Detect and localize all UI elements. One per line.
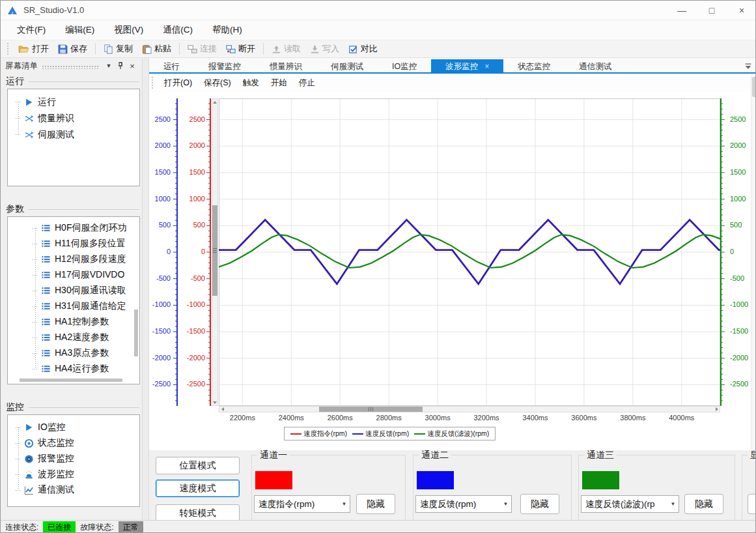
read-button[interactable]: 读取 — [267, 42, 305, 56]
tree-item-ha1[interactable]: HA1控制参数 — [8, 314, 139, 330]
y-tick-label: 1000 — [150, 195, 171, 203]
tab-alarm-monitor[interactable]: 报警监控 — [194, 59, 255, 74]
tree-item-h17[interactable]: H17伺服VDIVDO — [8, 267, 139, 283]
scroll-down-icon[interactable] — [212, 399, 217, 405]
pin-icon[interactable] — [115, 61, 126, 71]
param-vscroll-thumb[interactable] — [134, 310, 138, 356]
menu-help[interactable]: 帮助(H) — [203, 21, 252, 39]
open-button[interactable]: 打开 — [14, 42, 53, 56]
speed-feedback-filtered-axis — [720, 98, 728, 406]
wave-stop-button[interactable]: 停止 — [293, 75, 321, 91]
menu-file[interactable]: 文件(F) — [7, 21, 55, 39]
tree-item-h31[interactable]: H31伺服通信给定 — [8, 298, 139, 314]
tab-io-monitor[interactable]: IO监控 — [378, 59, 431, 74]
panel-splitter[interactable] — [143, 58, 149, 520]
speed-mode-button[interactable]: 速度模式 — [156, 480, 240, 497]
tree-item-h11[interactable]: H11伺服多段位置 — [8, 236, 139, 252]
position-mode-button[interactable]: 位置模式 — [156, 457, 240, 474]
torque-mode-button[interactable]: 转矩模式 — [156, 504, 240, 520]
close-button[interactable]: × — [727, 1, 756, 20]
menu-comm[interactable]: 通信(C) — [153, 21, 203, 39]
channel-2-signal-select[interactable]: 速度反馈(rpm)▼ — [415, 495, 512, 513]
write-button[interactable]: 写入 — [305, 42, 344, 56]
menu-view[interactable]: 视图(V) — [104, 21, 153, 39]
tree-item-h12[interactable]: H12伺服多段速度 — [8, 252, 139, 267]
disconnect-button[interactable]: 断开 — [221, 42, 260, 56]
channel-1-color-swatch[interactable] — [255, 471, 292, 489]
tree-item-ha3[interactable]: HA3原点参数 — [8, 345, 139, 361]
tab-run[interactable]: 运行 — [149, 59, 194, 74]
plot-hscroll-thumb[interactable] — [319, 407, 423, 412]
circle-dot-icon — [23, 438, 35, 448]
chevron-down-icon[interactable]: ▼ — [667, 496, 679, 512]
window-title: SR_Studio-V1.0 — [23, 5, 84, 15]
channel-3-hide-button[interactable]: 隐藏 — [684, 494, 723, 514]
scroll-left-icon[interactable] — [219, 407, 225, 412]
compare-button[interactable]: 对比 — [344, 42, 382, 56]
play-icon — [23, 97, 35, 108]
tree-item-status-monitor[interactable]: 状态监控 — [8, 435, 139, 451]
tree-item-wave-monitor[interactable]: 波形监控 — [8, 467, 139, 482]
y-tick-label: 2000 — [150, 141, 171, 150]
tab-servo-test[interactable]: 伺服测试 — [316, 59, 378, 74]
x-tick-label: 3200ms — [466, 414, 507, 423]
connect-button[interactable]: 连接 — [183, 42, 221, 56]
tree-item-servo-test[interactable]: 伺服测试 — [8, 126, 139, 143]
minimize-button[interactable]: — — [667, 1, 697, 20]
tab-close-icon[interactable]: × — [484, 63, 489, 70]
tree-item-io-monitor[interactable]: IO监控 — [8, 420, 139, 435]
plot-vertical-scrollbar[interactable] — [212, 98, 218, 406]
play-icon — [23, 422, 35, 433]
scroll-right-icon[interactable] — [714, 407, 720, 412]
plot-horizontal-scrollbar[interactable] — [219, 406, 720, 412]
channel-1-hide-button[interactable]: 隐藏 — [356, 494, 395, 514]
wave-trigger-button[interactable]: 触发 — [237, 75, 265, 91]
save-button[interactable]: 保存 — [53, 42, 92, 56]
chevron-down-icon[interactable]: ▼ — [104, 61, 114, 71]
wave-start-button[interactable]: 开始 — [265, 75, 293, 91]
close-icon[interactable]: × — [127, 61, 137, 71]
tab-wave-monitor[interactable]: 波形监控× — [431, 59, 503, 74]
page-vertical-scrollbar[interactable] — [751, 76, 756, 450]
waveform-toolbar-grip — [152, 77, 154, 89]
tab-status-monitor[interactable]: 状态监控 — [503, 59, 565, 74]
channel-2-color-swatch[interactable] — [417, 471, 454, 489]
tab-overflow-icon[interactable] — [740, 59, 756, 74]
scroll-up-icon[interactable] — [212, 99, 217, 105]
plot-vscroll-thumb[interactable] — [212, 205, 217, 296]
tab-inertia-identify[interactable]: 惯量辨识 — [255, 59, 316, 74]
waveform-plot[interactable] — [219, 98, 720, 406]
y-tick-label: -1500 — [150, 327, 171, 336]
paste-button[interactable]: 粘贴 — [137, 42, 176, 56]
x-tick-label: 2600ms — [319, 414, 361, 423]
channel-3-signal-select[interactable]: 速度反馈(滤波)(rp▼ — [581, 495, 679, 513]
param-hscroll-thumb[interactable] — [20, 379, 122, 382]
tree-item-ha4[interactable]: HA4运行参数 — [8, 361, 139, 377]
partial-group-button[interactable] — [748, 494, 756, 514]
tree-item-h30[interactable]: H30伺服通讯读取 — [8, 283, 139, 298]
channel-3-color-swatch[interactable] — [582, 471, 619, 489]
tree-item-alarm-monitor[interactable]: 报警监控 — [8, 451, 139, 467]
param-vertical-scrollbar[interactable] — [133, 218, 139, 377]
legend-label: 速度反馈(滤波)(rpm) — [427, 429, 489, 439]
param-horizontal-scrollbar[interactable] — [9, 378, 132, 382]
chevron-down-icon[interactable]: ▼ — [339, 496, 350, 512]
tree-item-h0f[interactable]: H0F伺服全闭环功 — [8, 220, 139, 236]
tab-comm-test[interactable]: 通信测试 — [565, 59, 626, 74]
channel-1-signal-select[interactable]: 速度指令(rpm)▼ — [254, 495, 350, 513]
param-list-icon — [40, 348, 51, 358]
menu-edit[interactable]: 编辑(E) — [55, 21, 104, 39]
tree-item-inertia-identify[interactable]: 惯量辨识 — [8, 110, 139, 126]
run-tree-box: 运行惯量辨识伺服测试 — [7, 89, 140, 186]
tree-item-run[interactable]: 运行 — [8, 94, 139, 110]
wave-open-button[interactable]: 打开(O) — [158, 75, 198, 91]
tree-item-ha2[interactable]: HA2速度参数 — [8, 330, 139, 345]
legend-entry: 速度反馈(滤波)(rpm) — [414, 429, 489, 439]
wave-save-button[interactable]: 保存(S) — [198, 75, 237, 91]
maximize-button[interactable]: □ — [697, 1, 727, 20]
channel-2-hide-button[interactable]: 隐藏 — [520, 494, 559, 514]
tree-item-comm-test[interactable]: 通信测试 — [8, 482, 139, 498]
page-vscroll-thumb[interactable] — [752, 77, 756, 97]
chevron-down-icon[interactable]: ▼ — [500, 496, 511, 512]
copy-button[interactable]: 复制 — [99, 42, 137, 56]
